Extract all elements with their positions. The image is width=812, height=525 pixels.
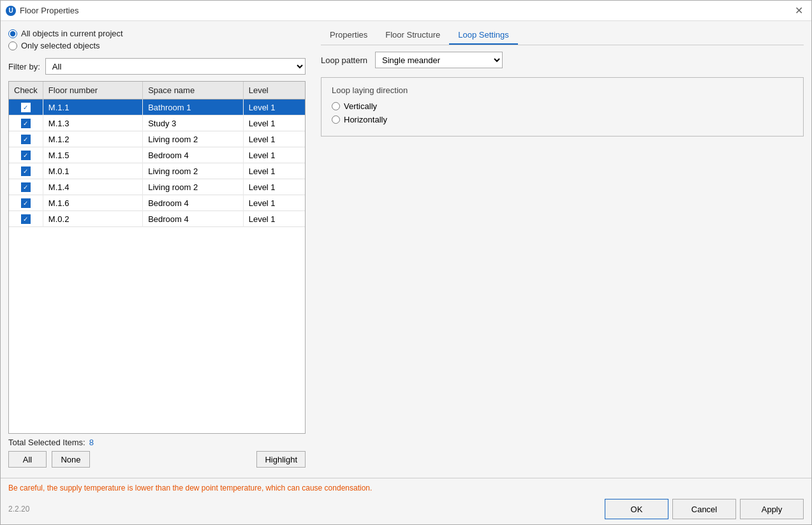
checkbox[interactable]: ✓ [21, 103, 31, 112]
tab-floor-structure[interactable]: Floor Structure [376, 26, 449, 45]
table-row[interactable]: ✓M.1.2Living room 2Level 1 [9, 131, 305, 147]
floor-number-cell: M.1.2 [43, 131, 142, 147]
total-selected-value: 8 [89, 438, 94, 447]
table-action-buttons: All None Highlight [8, 451, 306, 468]
space-name-cell: Living room 2 [143, 163, 244, 179]
vertically-option[interactable]: Vertically [332, 101, 793, 111]
table-row[interactable]: ✓M.1.5Bedroom 4Level 1 [9, 147, 305, 163]
filter-row: Filter by: All [8, 58, 306, 75]
check-cell[interactable]: ✓ [9, 100, 43, 115]
total-selected-info: Total Selected Items: 8 [8, 438, 306, 447]
footer: Be careful, the supply temperature is lo… [1, 478, 811, 524]
space-name-cell: Bedroom 4 [143, 195, 244, 211]
level-cell: Level 1 [243, 163, 305, 179]
floor-number-cell: M.1.3 [43, 115, 142, 131]
total-selected-label: Total Selected Items: [8, 438, 85, 447]
footer-row: 2.2.20 OK Cancel Apply [8, 499, 804, 519]
tabs-bar: Properties Floor Structure Loop Settings [321, 26, 804, 45]
highlight-button[interactable]: Highlight [256, 451, 306, 468]
title-bar: U Floor Properties ✕ [1, 1, 811, 21]
level-cell: Level 1 [243, 211, 305, 227]
col-check: Check [9, 82, 43, 100]
check-cell[interactable]: ✓ [9, 131, 43, 147]
horizontally-radio[interactable] [332, 115, 340, 124]
horizontally-option[interactable]: Horizontally [332, 115, 793, 124]
main-content: All objects in current project Only sele… [1, 21, 811, 478]
floor-number-cell: M.0.1 [43, 163, 142, 179]
window-title: Floor Properties [20, 6, 78, 15]
loop-direction-title: Loop laying direction [332, 85, 793, 95]
check-cell[interactable]: ✓ [9, 163, 43, 179]
all-objects-label: All objects in current project [21, 29, 123, 38]
space-name-cell: Study 3 [143, 115, 244, 131]
table-row[interactable]: ✓M.1.4Living room 2Level 1 [9, 179, 305, 195]
table-row[interactable]: ✓M.1.1Bathroom 1Level 1 [9, 100, 305, 115]
close-button[interactable]: ✕ [791, 3, 806, 18]
floor-number-cell: M.1.4 [43, 179, 142, 195]
none-button[interactable]: None [52, 451, 90, 468]
checkbox[interactable]: ✓ [21, 198, 31, 208]
floor-table: Check Floor number Space name Level ✓M.1… [9, 82, 305, 227]
cancel-button[interactable]: Cancel [672, 499, 736, 519]
floor-properties-window: U Floor Properties ✕ All objects in curr… [0, 0, 812, 525]
apply-button[interactable]: Apply [740, 499, 804, 519]
loop-direction-box: Loop laying direction Vertically Horizon… [321, 77, 804, 137]
space-name-cell: Bathroom 1 [143, 100, 244, 115]
title-bar-left: U Floor Properties [6, 6, 78, 16]
checkbox[interactable]: ✓ [21, 166, 31, 176]
checkbox[interactable]: ✓ [21, 135, 31, 144]
space-name-cell: Bedroom 4 [143, 147, 244, 163]
level-cell: Level 1 [243, 115, 305, 131]
all-objects-option[interactable]: All objects in current project [8, 29, 306, 38]
warning-text: Be careful, the supply temperature is lo… [8, 484, 804, 492]
all-button[interactable]: All [8, 451, 47, 468]
selected-objects-option[interactable]: Only selected objects [8, 41, 306, 50]
level-cell: Level 1 [243, 147, 305, 163]
check-cell[interactable]: ✓ [9, 147, 43, 163]
col-level: Level [243, 82, 305, 100]
vertically-label: Vertically [344, 101, 377, 111]
floor-number-cell: M.0.2 [43, 211, 142, 227]
table-header-row: Check Floor number Space name Level [9, 82, 305, 100]
filter-label: Filter by: [8, 62, 40, 71]
loop-pattern-label: Loop pattern [321, 55, 367, 65]
loop-pattern-row: Loop pattern Single meander Double meand… [321, 52, 804, 68]
vertically-radio[interactable] [332, 102, 340, 110]
all-objects-radio[interactable] [8, 29, 17, 38]
checkbox[interactable]: ✓ [21, 182, 31, 192]
table-row[interactable]: ✓M.1.6Bedroom 4Level 1 [9, 195, 305, 211]
check-cell[interactable]: ✓ [9, 195, 43, 211]
horizontally-label: Horizontally [344, 115, 387, 124]
level-cell: Level 1 [243, 195, 305, 211]
right-panel: Properties Floor Structure Loop Settings… [313, 21, 811, 478]
footer-buttons: OK Cancel Apply [605, 499, 804, 519]
filter-select[interactable]: All [45, 58, 306, 75]
version-text: 2.2.20 [8, 505, 29, 514]
floor-number-cell: M.1.5 [43, 147, 142, 163]
check-cell[interactable]: ✓ [9, 115, 43, 131]
floor-number-cell: M.1.1 [43, 100, 142, 115]
ok-button[interactable]: OK [605, 499, 668, 519]
level-cell: Level 1 [243, 179, 305, 195]
floor-number-cell: M.1.6 [43, 195, 142, 211]
level-cell: Level 1 [243, 100, 305, 115]
table-row[interactable]: ✓M.1.3Study 3Level 1 [9, 115, 305, 131]
selected-objects-radio[interactable] [8, 41, 17, 50]
app-icon: U [6, 6, 16, 16]
floor-table-container: Check Floor number Space name Level ✓M.1… [8, 81, 306, 434]
space-name-cell: Bedroom 4 [143, 211, 244, 227]
tab-properties[interactable]: Properties [321, 26, 376, 45]
table-row[interactable]: ✓M.0.2Bedroom 4Level 1 [9, 211, 305, 227]
check-cell[interactable]: ✓ [9, 179, 43, 195]
checkbox[interactable]: ✓ [21, 214, 31, 224]
col-floor-number: Floor number [43, 82, 142, 100]
table-row[interactable]: ✓M.0.1Living room 2Level 1 [9, 163, 305, 179]
selected-objects-label: Only selected objects [21, 41, 100, 50]
check-cell[interactable]: ✓ [9, 211, 43, 227]
checkbox[interactable]: ✓ [21, 151, 31, 160]
checkbox[interactable]: ✓ [21, 119, 31, 128]
object-selection-group: All objects in current project Only sele… [8, 29, 306, 53]
left-panel: All objects in current project Only sele… [1, 21, 313, 478]
loop-pattern-select[interactable]: Single meander Double meander Spiral [375, 52, 503, 68]
tab-loop-settings[interactable]: Loop Settings [449, 26, 518, 45]
